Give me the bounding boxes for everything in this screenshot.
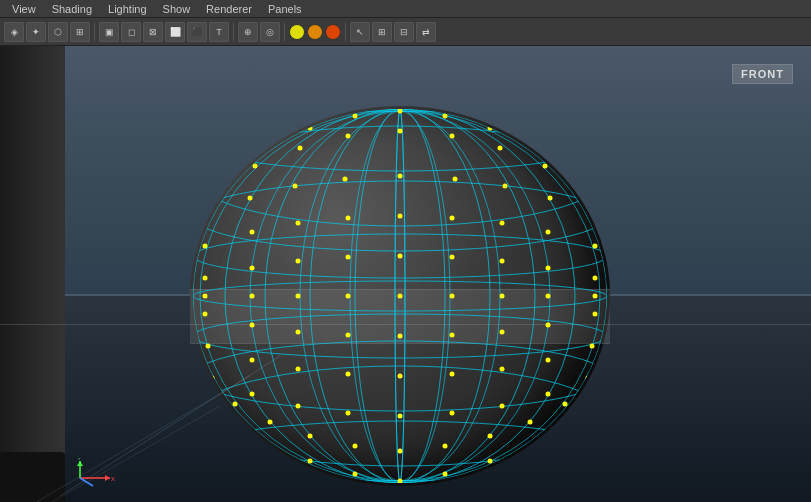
sep1 — [94, 23, 95, 41]
share-button[interactable]: ⇄ — [416, 22, 436, 42]
svg-text:X: X — [111, 476, 115, 482]
mesh-button[interactable]: ▣ — [99, 22, 119, 42]
menu-show[interactable]: Show — [155, 2, 199, 16]
color-yellow[interactable] — [289, 24, 305, 40]
left-column — [0, 46, 65, 502]
select-button[interactable]: ◈ — [4, 22, 24, 42]
poly-button[interactable]: ⬜ — [165, 22, 185, 42]
curve-button[interactable]: ◻ — [121, 22, 141, 42]
sep2 — [233, 23, 234, 41]
snap-button[interactable]: ⊕ — [238, 22, 258, 42]
surface-button[interactable]: ⊠ — [143, 22, 163, 42]
menu-bar: View Shading Lighting Show Renderer Pane… — [0, 0, 811, 18]
svg-marker-120 — [105, 475, 110, 481]
color-orange[interactable] — [307, 24, 323, 40]
subdiv-button[interactable]: ⬛ — [187, 22, 207, 42]
nurbs-button[interactable]: T — [209, 22, 229, 42]
svg-point-29 — [563, 162, 568, 167]
ground-scan-line — [0, 324, 811, 325]
svg-point-28 — [233, 162, 238, 167]
sep4 — [345, 23, 346, 41]
viewport[interactable]: FRONT X Y — [0, 46, 811, 502]
front-label: FRONT — [732, 64, 793, 84]
sphere-reflection — [190, 341, 610, 502]
move-button[interactable]: ✦ — [26, 22, 46, 42]
magnet-button[interactable]: ◎ — [260, 22, 280, 42]
paint-button[interactable]: ⊞ — [70, 22, 90, 42]
menu-panels[interactable]: Panels — [260, 2, 310, 16]
svg-line-123 — [80, 478, 93, 486]
left-column-base — [0, 452, 65, 502]
grid-button[interactable]: ⊞ — [372, 22, 392, 42]
lasso-button[interactable]: ⬡ — [48, 22, 68, 42]
svg-point-37 — [210, 189, 215, 194]
svg-marker-122 — [77, 461, 83, 466]
axis-indicator: X Y — [75, 458, 115, 488]
panel-button[interactable]: ⊟ — [394, 22, 414, 42]
svg-text:Y: Y — [77, 458, 81, 461]
toolbar: ◈ ✦ ⬡ ⊞ ▣ ◻ ⊠ ⬜ ⬛ T ⊕ ◎ ↖ ⊞ ⊟ ⇄ — [0, 18, 811, 46]
menu-shading[interactable]: Shading — [44, 2, 100, 16]
menu-lighting[interactable]: Lighting — [100, 2, 155, 16]
color-red[interactable] — [325, 24, 341, 40]
menu-view[interactable]: View — [4, 2, 44, 16]
arrow-button[interactable]: ↖ — [350, 22, 370, 42]
sep3 — [284, 23, 285, 41]
menu-renderer[interactable]: Renderer — [198, 2, 260, 16]
svg-point-38 — [586, 189, 591, 194]
sphere-reflection-band — [190, 289, 610, 344]
